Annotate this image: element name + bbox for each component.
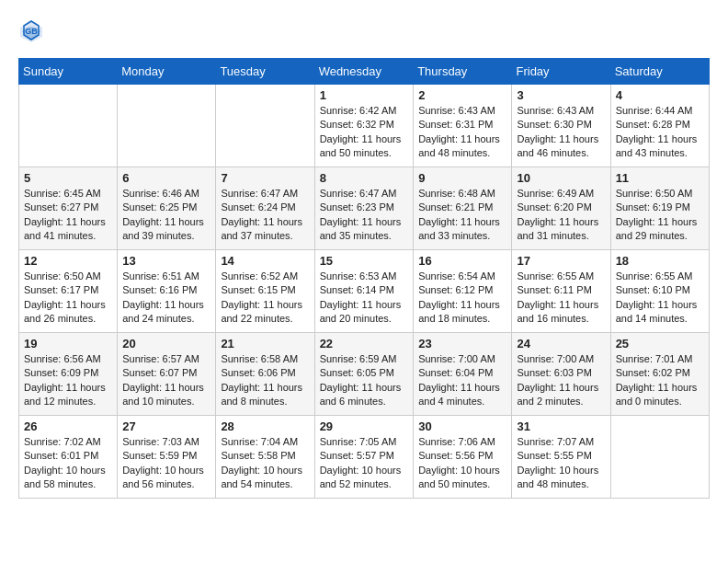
cell-content: Sunrise: 6:55 AM Sunset: 6:10 PM Dayligh… — [616, 270, 704, 327]
cell-content: Sunrise: 6:42 AM Sunset: 6:32 PM Dayligh… — [320, 104, 409, 161]
cell-content: Sunrise: 6:50 AM Sunset: 6:19 PM Dayligh… — [616, 187, 704, 244]
cell-content: Sunrise: 6:43 AM Sunset: 6:30 PM Dayligh… — [517, 104, 605, 161]
cell-content: Sunrise: 6:44 AM Sunset: 6:28 PM Dayligh… — [616, 104, 704, 161]
cell-content: Sunrise: 6:46 AM Sunset: 6:25 PM Dayligh… — [122, 187, 210, 244]
cell-content: Sunrise: 6:57 AM Sunset: 6:07 PM Dayligh… — [122, 352, 210, 409]
day-number: 29 — [320, 419, 409, 433]
day-header-monday: Monday — [118, 59, 216, 85]
calendar-cell: 23Sunrise: 7:00 AM Sunset: 6:04 PM Dayli… — [414, 333, 512, 416]
calendar-cell — [118, 85, 216, 167]
calendar-cell: 1Sunrise: 6:42 AM Sunset: 6:32 PM Daylig… — [314, 85, 414, 167]
day-header-friday: Friday — [512, 59, 610, 85]
calendar-cell: 3Sunrise: 6:43 AM Sunset: 6:30 PM Daylig… — [512, 85, 610, 167]
calendar-cell: 22Sunrise: 6:59 AM Sunset: 6:05 PM Dayli… — [314, 333, 414, 416]
calendar-cell: 16Sunrise: 6:54 AM Sunset: 6:12 PM Dayli… — [414, 250, 512, 333]
day-number: 24 — [517, 337, 605, 350]
calendar-cell: 12Sunrise: 6:50 AM Sunset: 6:17 PM Dayli… — [19, 250, 118, 333]
calendar-cell: 28Sunrise: 7:04 AM Sunset: 5:58 PM Dayli… — [216, 416, 314, 499]
calendar-cell: 8Sunrise: 6:47 AM Sunset: 6:23 PM Daylig… — [314, 167, 414, 250]
calendar-cell: 4Sunrise: 6:44 AM Sunset: 6:28 PM Daylig… — [610, 85, 709, 167]
day-number: 8 — [320, 171, 409, 185]
calendar-cell: 24Sunrise: 7:00 AM Sunset: 6:03 PM Dayli… — [512, 333, 610, 416]
day-number: 12 — [24, 254, 112, 268]
week-row-3: 12Sunrise: 6:50 AM Sunset: 6:17 PM Dayli… — [19, 250, 710, 333]
cell-content: Sunrise: 7:05 AM Sunset: 5:57 PM Dayligh… — [320, 435, 409, 492]
calendar-cell: 2Sunrise: 6:43 AM Sunset: 6:31 PM Daylig… — [414, 85, 512, 167]
cell-content: Sunrise: 6:49 AM Sunset: 6:20 PM Dayligh… — [517, 187, 605, 244]
cell-content: Sunrise: 6:47 AM Sunset: 6:24 PM Dayligh… — [221, 187, 309, 244]
calendar-table: SundayMondayTuesdayWednesdayThursdayFrid… — [18, 58, 710, 499]
calendar-cell: 10Sunrise: 6:49 AM Sunset: 6:20 PM Dayli… — [512, 167, 610, 250]
calendar-cell: 5Sunrise: 6:45 AM Sunset: 6:27 PM Daylig… — [19, 167, 118, 250]
calendar-cell: 20Sunrise: 6:57 AM Sunset: 6:07 PM Dayli… — [118, 333, 216, 416]
day-number: 5 — [24, 171, 112, 185]
calendar-cell: 14Sunrise: 6:52 AM Sunset: 6:15 PM Dayli… — [216, 250, 314, 333]
calendar-cell: 27Sunrise: 7:03 AM Sunset: 5:59 PM Dayli… — [118, 416, 216, 499]
day-number: 2 — [418, 88, 506, 102]
cell-content: Sunrise: 7:01 AM Sunset: 6:02 PM Dayligh… — [616, 352, 704, 409]
cell-content: Sunrise: 6:56 AM Sunset: 6:09 PM Dayligh… — [24, 352, 112, 409]
day-header-tuesday: Tuesday — [216, 59, 314, 85]
logo: GB — [18, 18, 48, 44]
cell-content: Sunrise: 6:52 AM Sunset: 6:15 PM Dayligh… — [221, 270, 309, 327]
calendar-cell: 21Sunrise: 6:58 AM Sunset: 6:06 PM Dayli… — [216, 333, 314, 416]
day-number: 22 — [320, 337, 409, 350]
calendar-cell — [216, 85, 314, 167]
calendar-cell: 7Sunrise: 6:47 AM Sunset: 6:24 PM Daylig… — [216, 167, 314, 250]
calendar-cell — [19, 85, 118, 167]
day-number: 11 — [616, 171, 704, 185]
cell-content: Sunrise: 6:45 AM Sunset: 6:27 PM Dayligh… — [24, 187, 112, 244]
calendar-cell: 19Sunrise: 6:56 AM Sunset: 6:09 PM Dayli… — [19, 333, 118, 416]
day-number: 14 — [221, 254, 309, 268]
day-number: 26 — [24, 419, 112, 433]
calendar-cell: 18Sunrise: 6:55 AM Sunset: 6:10 PM Dayli… — [610, 250, 709, 333]
cell-content: Sunrise: 7:00 AM Sunset: 6:04 PM Dayligh… — [418, 352, 506, 409]
week-row-1: 1Sunrise: 6:42 AM Sunset: 6:32 PM Daylig… — [19, 85, 710, 167]
calendar-cell: 11Sunrise: 6:50 AM Sunset: 6:19 PM Dayli… — [610, 167, 709, 250]
day-number: 1 — [320, 88, 409, 102]
day-number: 20 — [122, 337, 210, 350]
calendar-cell: 25Sunrise: 7:01 AM Sunset: 6:02 PM Dayli… — [610, 333, 709, 416]
calendar-cell: 31Sunrise: 7:07 AM Sunset: 5:55 PM Dayli… — [512, 416, 610, 499]
cell-content: Sunrise: 6:51 AM Sunset: 6:16 PM Dayligh… — [122, 270, 210, 327]
cell-content: Sunrise: 7:06 AM Sunset: 5:56 PM Dayligh… — [418, 435, 506, 492]
calendar-cell: 13Sunrise: 6:51 AM Sunset: 6:16 PM Dayli… — [118, 250, 216, 333]
day-header-sunday: Sunday — [19, 59, 118, 85]
cell-content: Sunrise: 6:55 AM Sunset: 6:11 PM Dayligh… — [517, 270, 605, 327]
cell-content: Sunrise: 6:54 AM Sunset: 6:12 PM Dayligh… — [418, 270, 506, 327]
cell-content: Sunrise: 7:04 AM Sunset: 5:58 PM Dayligh… — [221, 435, 309, 492]
page-header: GB — [18, 18, 710, 44]
cell-content: Sunrise: 6:43 AM Sunset: 6:31 PM Dayligh… — [418, 104, 506, 161]
day-number: 28 — [221, 419, 309, 433]
day-number: 31 — [517, 419, 605, 433]
cell-content: Sunrise: 6:47 AM Sunset: 6:23 PM Dayligh… — [320, 187, 409, 244]
day-number: 25 — [616, 337, 704, 350]
general-blue-icon: GB — [18, 18, 44, 44]
week-row-4: 19Sunrise: 6:56 AM Sunset: 6:09 PM Dayli… — [19, 333, 710, 416]
calendar-cell: 29Sunrise: 7:05 AM Sunset: 5:57 PM Dayli… — [314, 416, 414, 499]
day-header-saturday: Saturday — [610, 59, 709, 85]
calendar-cell: 26Sunrise: 7:02 AM Sunset: 6:01 PM Dayli… — [19, 416, 118, 499]
day-header-wednesday: Wednesday — [314, 59, 414, 85]
cell-content: Sunrise: 6:58 AM Sunset: 6:06 PM Dayligh… — [221, 352, 309, 409]
day-number: 27 — [122, 419, 210, 433]
day-number: 23 — [418, 337, 506, 350]
day-number: 10 — [517, 171, 605, 185]
calendar-cell: 15Sunrise: 6:53 AM Sunset: 6:14 PM Dayli… — [314, 250, 414, 333]
day-number: 7 — [221, 171, 309, 185]
day-number: 16 — [418, 254, 506, 268]
cell-content: Sunrise: 7:00 AM Sunset: 6:03 PM Dayligh… — [517, 352, 605, 409]
day-number: 4 — [616, 88, 704, 102]
day-number: 13 — [122, 254, 210, 268]
cell-content: Sunrise: 6:48 AM Sunset: 6:21 PM Dayligh… — [418, 187, 506, 244]
cell-content: Sunrise: 6:50 AM Sunset: 6:17 PM Dayligh… — [24, 270, 112, 327]
cell-content: Sunrise: 7:07 AM Sunset: 5:55 PM Dayligh… — [517, 435, 605, 492]
calendar-cell: 9Sunrise: 6:48 AM Sunset: 6:21 PM Daylig… — [414, 167, 512, 250]
day-number: 17 — [517, 254, 605, 268]
day-number: 15 — [320, 254, 409, 268]
calendar-cell: 30Sunrise: 7:06 AM Sunset: 5:56 PM Dayli… — [414, 416, 512, 499]
cell-content: Sunrise: 6:53 AM Sunset: 6:14 PM Dayligh… — [320, 270, 409, 327]
day-number: 21 — [221, 337, 309, 350]
week-row-5: 26Sunrise: 7:02 AM Sunset: 6:01 PM Dayli… — [19, 416, 710, 499]
week-row-2: 5Sunrise: 6:45 AM Sunset: 6:27 PM Daylig… — [19, 167, 710, 250]
